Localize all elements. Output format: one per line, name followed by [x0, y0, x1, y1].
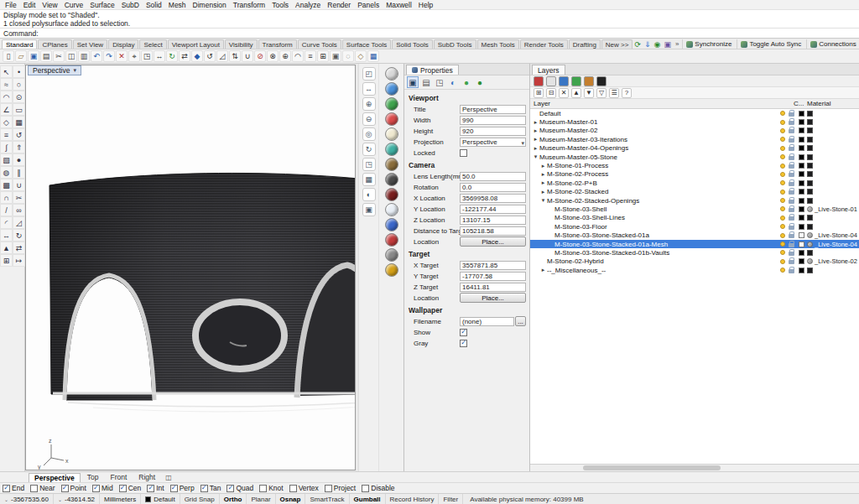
- menu-mesh[interactable]: Mesh: [165, 1, 190, 9]
- polygon-icon[interactable]: ◇: [0, 116, 13, 128]
- properties-tab-viewport[interactable]: ▣: [407, 76, 419, 88]
- field-lens-length-mm[interactable]: 50.0: [460, 172, 526, 181]
- array-tool-icon[interactable]: ⊞: [0, 254, 13, 267]
- browse-button[interactable]: ...: [515, 316, 526, 326]
- rectangle-icon[interactable]: ▭: [13, 103, 25, 116]
- cylinder-icon[interactable]: ◍: [0, 166, 13, 179]
- package-icon[interactable]: ▣: [663, 40, 672, 49]
- move-down-icon[interactable]: ▼: [584, 88, 594, 98]
- layer-material[interactable]: [807, 224, 859, 230]
- boolean-union-icon[interactable]: ∪: [13, 179, 25, 191]
- menu-surface[interactable]: Surface: [86, 1, 117, 9]
- tree-collapse-icon[interactable]: ▾: [532, 153, 539, 160]
- visibility-bulb-icon[interactable]: [780, 180, 785, 185]
- layer-row-m-stone-03-stone-stacked-01a[interactable]: M-Stone-03-Stone-Stacked-01a_Live-Stone-…: [530, 231, 859, 239]
- move-icon[interactable]: ⇄: [179, 50, 190, 62]
- technical-mode-icon[interactable]: [385, 158, 398, 171]
- circle-icon[interactable]: ○: [13, 78, 25, 91]
- new-layer-icon[interactable]: ⊞: [534, 88, 544, 98]
- layer-row-museum-master-05-stone[interactable]: ▾Museum-Master-05-Stone: [530, 153, 859, 161]
- layer-color-swatch[interactable]: [799, 224, 804, 230]
- new-sublayer-icon[interactable]: ⊟: [546, 88, 556, 98]
- move-up-icon[interactable]: ▲: [571, 88, 581, 98]
- rotate-tool-icon[interactable]: ↻: [13, 229, 25, 242]
- materials-panel-icon[interactable]: [596, 76, 607, 86]
- layer-material[interactable]: [807, 145, 859, 151]
- layer-color-swatch[interactable]: [799, 232, 804, 238]
- layer-color-swatch[interactable]: [799, 171, 804, 177]
- xray-mode-icon[interactable]: [385, 143, 398, 156]
- export-icon[interactable]: ⇓: [643, 40, 652, 49]
- layer-row-m-stone-02-stacked-openings[interactable]: ▾M-Stone-02-Stacked-Openings: [530, 196, 859, 205]
- tree-expand-icon[interactable]: ▸: [532, 136, 539, 143]
- navigate-ball-icon[interactable]: [385, 67, 398, 81]
- button-place[interactable]: Place...: [460, 293, 526, 303]
- menu-subd[interactable]: SubD: [118, 1, 143, 9]
- layer-color-swatch[interactable]: [799, 242, 804, 247]
- lock-icon[interactable]: [789, 156, 794, 160]
- field-z-target[interactable]: 16411.81: [460, 283, 526, 292]
- box-icon[interactable]: ▧: [0, 153, 13, 166]
- fillet-tool-icon[interactable]: ◜: [0, 216, 13, 229]
- properties-tab-material[interactable]: ◐: [447, 76, 459, 88]
- visibility-bulb-icon[interactable]: [780, 250, 785, 255]
- sphere-icon[interactable]: ●: [13, 153, 25, 166]
- toggle-smarttrack[interactable]: SmartTrack: [305, 494, 349, 504]
- lock-icon[interactable]: [789, 182, 794, 186]
- layer-color-swatch[interactable]: [799, 206, 804, 212]
- layer-color-swatch[interactable]: [799, 145, 804, 151]
- layer-row-museum-master-03-iterations[interactable]: ▸Museum-Master-03-Iterations: [530, 135, 859, 143]
- tree-expand-icon[interactable]: ▸: [539, 171, 547, 178]
- osnap-quad[interactable]: Quad: [226, 484, 253, 492]
- osnap-mid[interactable]: Mid: [92, 484, 113, 492]
- rotate-view-icon[interactable]: ↻: [362, 143, 376, 156]
- artistic-mode-icon[interactable]: [385, 173, 398, 186]
- layer-row-m-stone-02-hybrid[interactable]: M-Stone-02-Hybrid_Live-Stone-02: [530, 257, 859, 266]
- toolbar-tab-display[interactable]: Display: [108, 39, 138, 49]
- checkbox-vertex[interactable]: [289, 485, 297, 492]
- osnap-near[interactable]: Near: [30, 484, 55, 492]
- tree-collapse-icon[interactable]: ▾: [539, 197, 547, 204]
- field-title[interactable]: Perspective: [460, 105, 526, 114]
- visibility-bulb-icon[interactable]: [780, 206, 785, 211]
- ellipse-icon[interactable]: ⊙: [13, 91, 25, 103]
- zoom-window-icon[interactable]: ◳: [141, 50, 153, 62]
- layer-color-swatch[interactable]: [799, 127, 804, 133]
- raytraced-mode-icon[interactable]: [385, 218, 398, 231]
- layer-row-m-stone-02-process[interactable]: ▸M-Stone-02-Process: [530, 170, 859, 179]
- visibility-bulb-icon[interactable]: [780, 146, 785, 151]
- checkbox-perp[interactable]: [170, 485, 178, 492]
- layer-color-swatch[interactable]: [799, 215, 804, 221]
- join-tool-icon[interactable]: ∞: [13, 204, 25, 216]
- new-viewport-icon[interactable]: ◫: [162, 474, 172, 481]
- visibility-bulb-icon[interactable]: [780, 172, 785, 177]
- layer-color-swatch[interactable]: [799, 268, 804, 273]
- visibility-bulb-icon[interactable]: [780, 216, 785, 221]
- field-x-target[interactable]: 3557871.85: [460, 261, 526, 270]
- lock-icon[interactable]: [789, 138, 794, 143]
- layer-color-swatch[interactable]: [799, 189, 804, 195]
- visibility-bulb-icon[interactable]: [780, 259, 785, 264]
- viewport-canvas[interactable]: z x y: [26, 65, 356, 470]
- paste-icon[interactable]: ▥: [78, 50, 90, 62]
- layer-color-swatch[interactable]: [799, 111, 804, 117]
- toggle-ortho[interactable]: Ortho: [220, 494, 247, 504]
- osnap-point[interactable]: Point: [61, 484, 86, 492]
- field-filename[interactable]: (none): [460, 317, 514, 326]
- lock-icon[interactable]: [789, 216, 794, 221]
- shade-toggle-icon[interactable]: ◐: [362, 188, 376, 201]
- rotate-view-icon[interactable]: ↻: [166, 50, 178, 62]
- layer-material[interactable]: _Live-Stone-02: [807, 257, 859, 265]
- layer-material[interactable]: _Live-Stone-04: [807, 231, 859, 239]
- menu-curve[interactable]: Curve: [61, 1, 87, 9]
- layer-material[interactable]: [807, 215, 859, 221]
- checkbox-gray[interactable]: [460, 340, 467, 347]
- mirror-icon[interactable]: ⇅: [229, 50, 241, 62]
- connect-globe-icon[interactable]: ◉: [653, 40, 662, 49]
- viewport-title-tab[interactable]: Perspective ▾: [28, 65, 81, 75]
- menu-render[interactable]: Render: [324, 1, 354, 9]
- checkbox-project[interactable]: [325, 485, 332, 492]
- layer-material[interactable]: [807, 154, 859, 160]
- visibility-bulb-icon[interactable]: [780, 198, 785, 203]
- layer-row-default[interactable]: Default: [530, 109, 859, 117]
